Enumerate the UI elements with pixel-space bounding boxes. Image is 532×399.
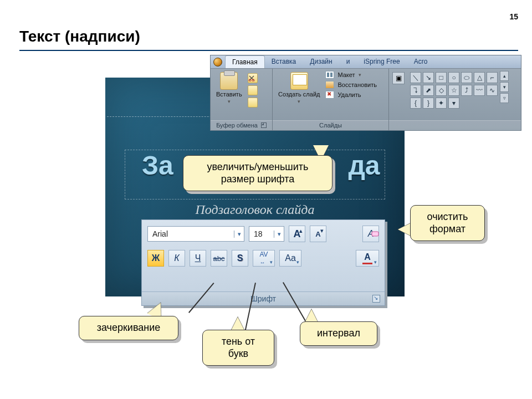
clear-format-button[interactable]: A — [362, 226, 379, 242]
tab-design[interactable]: Дизайн — [303, 55, 339, 68]
callout-text-shadow: тень от букв — [202, 330, 274, 366]
shape-item[interactable]: ⬈ — [423, 85, 434, 96]
font-color-button[interactable]: A▾ — [356, 250, 379, 267]
shape-item[interactable]: ＼ — [410, 72, 421, 83]
copy-button[interactable] — [248, 85, 258, 95]
ribbon: Главная Вставка Дизайн и iSpring Free Ac… — [211, 55, 521, 130]
shape-item[interactable]: □ — [436, 72, 447, 83]
shape-item[interactable]: ↘ — [423, 72, 434, 83]
page-title: Текст (надписи) — [19, 28, 140, 45]
text-shadow-button[interactable]: S — [232, 250, 248, 267]
change-case-button[interactable]: Aa▾ — [279, 250, 301, 267]
reset-button[interactable]: Восстановить — [325, 81, 376, 89]
shape-item[interactable]: ○ — [448, 72, 459, 83]
shape-item[interactable]: } — [423, 98, 434, 109]
layout-icon — [325, 71, 334, 79]
callout-char-spacing: интервал — [300, 321, 377, 346]
bold-button[interactable]: Ж — [147, 250, 164, 267]
clipboard-dialog-launcher[interactable] — [261, 122, 267, 128]
shape-item[interactable]: ◇ — [436, 85, 447, 96]
italic-button[interactable]: К — [168, 250, 185, 267]
tab-home[interactable]: Главная — [225, 55, 265, 68]
shape-item[interactable]: ⤴ — [461, 85, 472, 96]
gallery-scroll-down[interactable]: ▾ — [500, 82, 509, 92]
paste-button[interactable]: Вставить ▾ — [214, 71, 244, 105]
group-slides: Создать слайд ▾ Макет▾ Восстановить Удал… — [273, 69, 389, 130]
shape-item[interactable]: ▾ — [448, 98, 459, 109]
font-group-panel: Arial▾ 18▾ A▴ A▾ A Ж К Ч abc S AV↔ ▾ — [141, 219, 385, 306]
strike-button[interactable]: abc — [211, 250, 227, 267]
shape-item[interactable]: ☆ — [448, 85, 459, 96]
font-group-label: Шрифт — [142, 291, 385, 305]
shapes-gallery[interactable]: ＼ ↘ □ ○ ⬭ △ ⌐ ⮧ ⬈ ◇ ☆ ⤴ 〰 ∿ { } ✦ — [409, 71, 499, 110]
gallery-scroll-up[interactable]: ▴ — [500, 71, 509, 81]
new-slide-button[interactable]: Создать слайд ▾ — [276, 71, 322, 105]
callout-strikethrough: зачеркивание — [79, 316, 178, 340]
svg-rect-2 — [372, 232, 378, 236]
tab-unknown[interactable]: и — [340, 55, 357, 68]
shape-item[interactable]: ⌐ — [487, 72, 498, 83]
underline-button[interactable]: Ч — [190, 250, 206, 267]
office-button[interactable] — [211, 55, 225, 68]
shrink-font-button[interactable]: A▾ — [310, 226, 326, 242]
tab-insert[interactable]: Вставка — [265, 55, 304, 68]
format-painter-button[interactable] — [248, 98, 258, 108]
font-name-combo[interactable]: Arial▾ — [147, 226, 244, 242]
font-size-combo[interactable]: 18▾ — [249, 226, 284, 242]
delete-slide-button[interactable]: Удалить — [325, 91, 376, 99]
slide-subtitle: Подзаголовок слайда — [105, 202, 405, 217]
page-number: 15 — [509, 12, 518, 21]
tab-acrobat[interactable]: Acro — [407, 55, 435, 68]
clipboard-icon — [220, 72, 238, 90]
picture-placeholder-icon[interactable]: ▣ — [392, 72, 405, 84]
cut-button[interactable] — [248, 73, 258, 83]
title-rule — [19, 50, 518, 51]
shape-item[interactable]: ⬭ — [461, 72, 472, 83]
ribbon-tabstrip: Главная Вставка Дизайн и iSpring Free Ac… — [211, 55, 521, 69]
grow-font-button[interactable]: A▴ — [289, 226, 305, 242]
tab-ispring[interactable]: iSpring Free — [357, 55, 407, 68]
shape-item[interactable]: ∿ — [487, 85, 498, 96]
char-spacing-button[interactable]: AV↔ ▾ — [253, 250, 275, 267]
layout-button[interactable]: Макет▾ — [325, 71, 376, 79]
shape-item[interactable]: { — [410, 98, 421, 109]
delete-icon — [325, 91, 334, 99]
callout-fontsize: увеличить/уменьшить размер шрифта — [183, 155, 332, 191]
font-dialog-launcher[interactable] — [372, 295, 380, 303]
shape-item[interactable]: △ — [474, 72, 485, 83]
shape-item[interactable]: ✦ — [436, 98, 447, 109]
shape-item[interactable]: 〰 — [474, 85, 485, 96]
new-slide-icon — [290, 72, 308, 90]
callout-clear-format: очистить формат — [410, 205, 485, 241]
reset-icon — [325, 81, 334, 89]
group-clipboard: Вставить ▾ Буфер обмена — [211, 69, 273, 130]
shape-item[interactable]: ⮧ — [410, 85, 421, 96]
gallery-expand[interactable]: ▿ — [500, 93, 509, 103]
group-shapes: ▣ ＼ ↘ □ ○ ⬭ △ ⌐ ⮧ ⬈ ◇ ☆ ⤴ 〰 ∿ { — [389, 69, 521, 130]
